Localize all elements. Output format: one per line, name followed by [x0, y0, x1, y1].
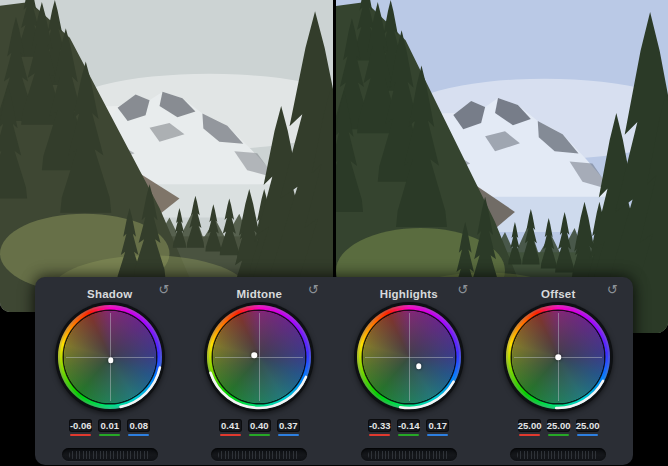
wheel-indicator-dot[interactable]: [108, 357, 114, 363]
green-channel-bar: [249, 434, 270, 436]
red-channel-bar: [519, 434, 540, 436]
red-channel-bar: [70, 434, 91, 436]
rgb-values: 0.41 0.40 0.37: [219, 419, 300, 436]
color-wheels-panel: Shadow ↺ -0.06 0.01 0.08 Midtone ↺: [35, 277, 633, 465]
wheel-title: Shadow: [87, 288, 132, 300]
rgb-value-red[interactable]: -0.06: [69, 419, 92, 432]
red-channel-bar: [220, 434, 241, 436]
rgb-values: -0.06 0.01 0.08: [69, 419, 150, 436]
rgb-value-green[interactable]: -0.14: [397, 419, 420, 432]
crosshair-v: [409, 313, 410, 401]
wheel-section-midtone: Midtone ↺ 0.41 0.40 0.37: [185, 277, 335, 465]
slider-ticks: [517, 451, 599, 459]
reset-icon[interactable]: ↺: [607, 283, 618, 297]
crosshair-v: [259, 313, 260, 401]
rgb-value-red[interactable]: 0.41: [219, 419, 242, 432]
master-wheel-slider[interactable]: [510, 448, 606, 461]
rgb-value-blue[interactable]: 0.08: [127, 419, 150, 432]
slider-ticks: [218, 451, 300, 459]
wheel-indicator-dot[interactable]: [416, 363, 422, 369]
wheel-section-highlights: Highlights ↺ -0.33 -0.14 0.17: [334, 277, 484, 465]
blue-channel-bar: [278, 434, 299, 436]
red-channel-bar: [369, 434, 390, 436]
reset-icon[interactable]: ↺: [159, 283, 170, 297]
rgb-values: 25.00 25.00 25.00: [518, 419, 599, 436]
reset-icon[interactable]: ↺: [458, 283, 469, 297]
rgb-value-blue[interactable]: 0.37: [277, 419, 300, 432]
wheel-title: Offset: [541, 288, 575, 300]
green-channel-bar: [398, 434, 419, 436]
green-channel-bar: [99, 434, 120, 436]
rgb-value-blue[interactable]: 0.17: [426, 419, 449, 432]
color-wheel-shadow[interactable]: [55, 302, 165, 412]
rgb-value-green[interactable]: 0.40: [248, 419, 271, 432]
reset-icon[interactable]: ↺: [308, 283, 319, 297]
wheel-indicator-dot[interactable]: [252, 352, 258, 358]
green-channel-bar: [548, 434, 569, 436]
slider-ticks: [368, 451, 450, 459]
slider-ticks: [69, 451, 151, 459]
rgb-value-red[interactable]: -0.33: [368, 419, 391, 432]
master-wheel-slider[interactable]: [211, 448, 307, 461]
rgb-value-red[interactable]: 25.00: [518, 419, 541, 432]
rgb-value-green[interactable]: 25.00: [547, 419, 570, 432]
blue-channel-bar: [128, 434, 149, 436]
blue-channel-bar: [427, 434, 448, 436]
blue-channel-bar: [577, 434, 598, 436]
wheel-section-offset: Offset ↺ 25.00 25.00 25.00: [484, 277, 634, 465]
rgb-values: -0.33 -0.14 0.17: [368, 419, 449, 436]
wheel-title: Midtone: [237, 288, 282, 300]
wheel-title: Highlights: [380, 288, 438, 300]
rgb-value-green[interactable]: 0.01: [98, 419, 121, 432]
master-wheel-slider[interactable]: [361, 448, 457, 461]
master-wheel-slider[interactable]: [62, 448, 158, 461]
color-wheel-midtone[interactable]: [204, 302, 314, 412]
color-wheel-highlights[interactable]: [354, 302, 464, 412]
color-wheel-offset[interactable]: [503, 302, 613, 412]
before-image: [0, 0, 333, 312]
wheel-section-shadow: Shadow ↺ -0.06 0.01 0.08: [35, 277, 185, 465]
rgb-value-blue[interactable]: 25.00: [576, 419, 599, 432]
wheel-indicator-dot[interactable]: [556, 354, 562, 360]
